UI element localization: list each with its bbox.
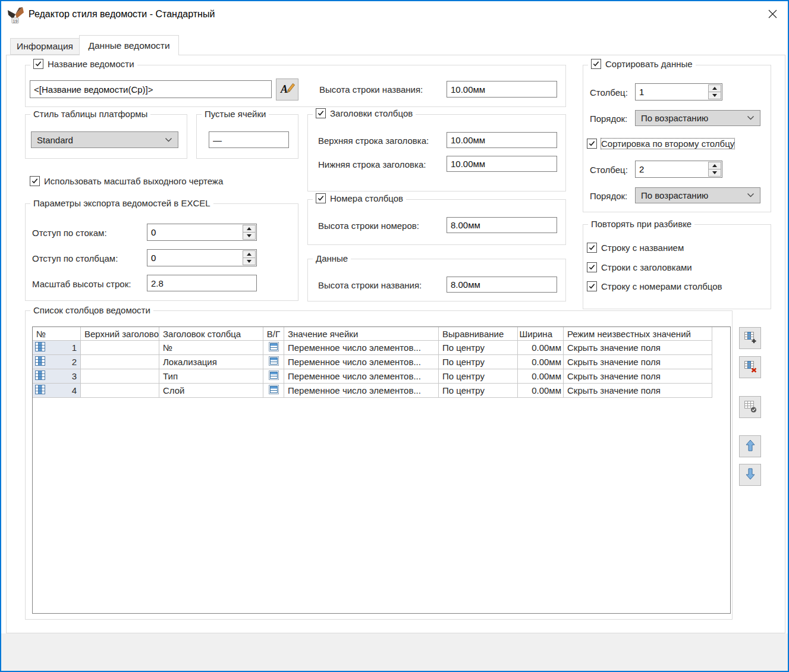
cell-top-header[interactable] <box>81 341 159 355</box>
move-up-button[interactable] <box>739 435 761 457</box>
data-row-height-input[interactable] <box>447 277 557 293</box>
sort-data-group-title: Сортировать данные <box>605 59 693 69</box>
cell-value[interactable]: Переменное число элементов... <box>284 384 439 398</box>
col-offset-input[interactable] <box>147 250 242 266</box>
row-offset-input[interactable] <box>147 224 242 240</box>
add-column-button[interactable] <box>739 327 761 349</box>
sort-order2-select[interactable]: По возрастанию <box>635 187 760 203</box>
add-column-icon <box>743 330 757 346</box>
spin-up-button[interactable] <box>243 250 256 258</box>
cell-vg[interactable] <box>263 355 284 369</box>
row-height-scale-input[interactable] <box>147 275 257 291</box>
tab-schedule-data[interactable]: Данные ведомости <box>79 35 179 55</box>
sort-column2-spinner[interactable] <box>635 161 722 178</box>
cell-width[interactable]: 0.00мм <box>518 341 564 355</box>
cell-unknown-mode[interactable]: Скрыть значение поля <box>564 341 712 355</box>
column-headers-checkbox[interactable] <box>316 108 326 118</box>
triangle-up-icon <box>712 164 717 167</box>
column-properties-button[interactable] <box>739 396 761 418</box>
cell-value[interactable]: Переменное число элементов... <box>284 341 439 355</box>
use-output-scale-checkbox[interactable]: Использовать масштаб выходного чертежа <box>30 176 223 186</box>
cell-unknown-mode[interactable]: Скрыть значение поля <box>564 369 712 384</box>
col-header-alignment[interactable]: Выравнивание <box>439 327 518 341</box>
window-title: Редактор стиля ведомости - Стандартный <box>29 9 215 20</box>
col-header-num[interactable]: № <box>33 327 81 341</box>
col-header-top-header[interactable]: Верхний заголовок <box>81 327 159 341</box>
sort-column-spinner[interactable] <box>635 83 722 101</box>
col-header-width[interactable]: Ширина <box>518 327 564 341</box>
spin-down-button[interactable] <box>243 233 256 240</box>
columns-table[interactable]: № Верхний заголовок Заголовок столбца В/… <box>32 326 731 614</box>
cell-alignment[interactable]: По центру <box>439 355 518 369</box>
empty-cells-input[interactable] <box>209 131 289 148</box>
delete-column-button[interactable] <box>739 356 761 378</box>
cell-column-header[interactable]: № <box>159 341 263 355</box>
cell-top-header[interactable] <box>81 384 159 398</box>
row-header-cell[interactable]: 1 <box>33 341 81 355</box>
close-button[interactable] <box>759 1 787 29</box>
cell-alignment[interactable]: По центру <box>439 384 518 398</box>
row-offset-spinner[interactable] <box>147 224 257 241</box>
cell-column-header[interactable]: Тип <box>159 369 263 384</box>
triangle-up-icon <box>712 87 717 90</box>
cell-unknown-mode[interactable]: Скрыть значение поля <box>564 384 712 398</box>
name-row-height-input[interactable] <box>447 81 557 98</box>
repeat-numbers-row-checkbox[interactable]: Строку с номерами столбцов <box>587 281 722 291</box>
cell-vg[interactable] <box>263 384 284 398</box>
cell-top-header[interactable] <box>81 369 159 384</box>
col-header-unknown-mode[interactable]: Режим неизвестных значений <box>564 327 712 341</box>
cell-vg[interactable] <box>263 369 284 384</box>
bottom-header-row-input[interactable] <box>447 156 557 172</box>
spin-up-button[interactable] <box>708 162 721 169</box>
schedule-name-checkbox[interactable] <box>33 59 43 69</box>
cell-column-header[interactable]: Локализация <box>159 355 263 369</box>
sort-column2-input[interactable] <box>636 161 708 177</box>
cell-value[interactable]: Переменное число элементов... <box>284 369 439 384</box>
numbers-row-height-input[interactable] <box>447 217 557 233</box>
column-numbers-checkbox[interactable] <box>316 193 326 203</box>
repeat-header-rows-checkbox[interactable]: Строки с заголовками <box>587 262 692 272</box>
platform-style-select[interactable]: Standard <box>31 131 178 148</box>
empty-cells-group-title: Пустые ячейки <box>205 109 266 119</box>
cell-alignment[interactable]: По центру <box>439 341 518 355</box>
cell-width[interactable]: 0.00мм <box>518 355 564 369</box>
row-header-cell[interactable]: 4 <box>33 384 81 398</box>
sort-data-checkbox[interactable] <box>591 59 601 69</box>
cell-unknown-mode[interactable]: Скрыть значение поля <box>564 355 712 369</box>
table-row[interactable]: 1 № Переменное число элементов... По цен… <box>33 341 712 355</box>
spin-down-button[interactable] <box>708 169 721 177</box>
cell-width[interactable]: 0.00мм <box>518 369 564 384</box>
font-button[interactable]: A <box>276 78 298 101</box>
top-header-row-input[interactable] <box>447 132 557 148</box>
repeat-title-row-checkbox[interactable]: Строку с названием <box>587 243 684 253</box>
cell-value[interactable]: Переменное число элементов... <box>284 355 439 369</box>
table-row[interactable]: 2 Локализация Переменное число элементов… <box>33 355 712 369</box>
row-header-cell[interactable]: 2 <box>33 355 81 369</box>
cell-vg[interactable] <box>263 341 284 355</box>
spin-down-button[interactable] <box>243 258 256 265</box>
spin-down-button[interactable] <box>708 92 721 99</box>
cell-top-header[interactable] <box>81 355 159 369</box>
table-row[interactable]: 3 Тип Переменное число элементов... По ц… <box>33 369 712 384</box>
svg-text:19: 19 <box>13 19 18 23</box>
col-header-cell-value[interactable]: Значение ячейки <box>284 327 439 341</box>
cell-alignment[interactable]: По центру <box>439 369 518 384</box>
row-header-cell[interactable]: 3 <box>33 369 81 384</box>
tab-information[interactable]: Информация <box>10 38 79 55</box>
move-down-button[interactable] <box>739 464 761 486</box>
cell-width[interactable]: 0.00мм <box>518 384 564 398</box>
spin-up-button[interactable] <box>708 84 721 92</box>
schedule-name-input[interactable] <box>30 80 272 98</box>
cell-column-header[interactable]: Слой <box>159 384 263 398</box>
data-group-title: Данные <box>316 253 348 263</box>
table-row[interactable]: 4 Слой Переменное число элементов... По … <box>33 384 712 398</box>
sort-order-select[interactable]: По возрастанию <box>635 110 760 126</box>
column-headers-group-title: Заголовки столбцов <box>330 108 413 118</box>
second-sort-checkbox[interactable]: Сортировка по второму столбцу <box>587 139 734 149</box>
col-offset-spinner[interactable] <box>147 249 257 266</box>
col-header-vg[interactable]: В/Г <box>263 327 284 341</box>
spin-up-button[interactable] <box>243 225 256 233</box>
sort-column-input[interactable] <box>636 84 708 100</box>
col-header-column-header[interactable]: Заголовок столбца <box>159 327 263 341</box>
top-header-row-label: Верхняя строка заголовка: <box>318 136 429 146</box>
